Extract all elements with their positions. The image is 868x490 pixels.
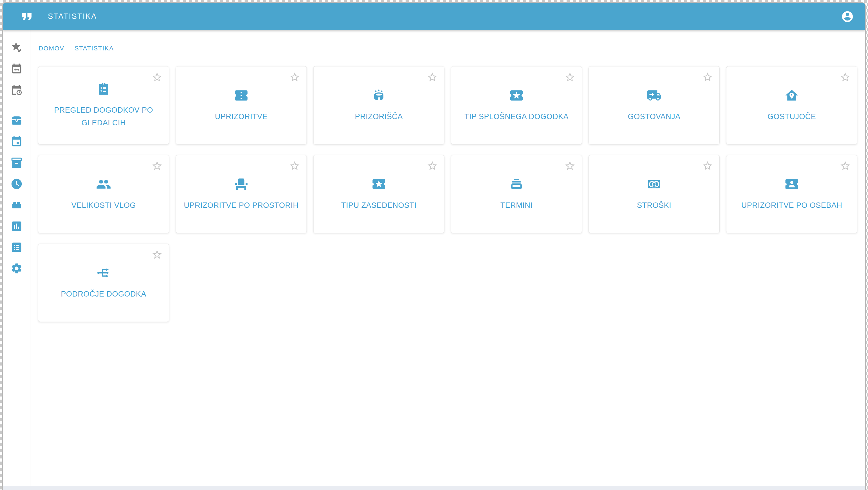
card-label: GOSTUJOČE bbox=[768, 110, 816, 123]
sidebar-item-statistics[interactable] bbox=[10, 220, 23, 233]
favorite-star-icon[interactable] bbox=[840, 160, 851, 172]
card-gostovanja[interactable]: GOSTOVANJA bbox=[589, 66, 720, 144]
card-label: UPRIZORITVE PO OSEBAH bbox=[741, 199, 842, 212]
breadcrumb: DOMOV STATISTIKA bbox=[38, 45, 114, 52]
card-velikosti-vlog[interactable]: VELIKOSTI VLOG bbox=[38, 155, 169, 233]
app-title: STATISTIKA bbox=[48, 12, 97, 21]
favorite-star-icon[interactable] bbox=[151, 249, 163, 260]
horizontal-scrollbar[interactable] bbox=[3, 486, 865, 490]
favorite-star-icon[interactable] bbox=[289, 160, 300, 172]
card-label: TIP SPLOŠNEGA DOGODKA bbox=[464, 110, 568, 123]
sidebar-item-schedule[interactable] bbox=[10, 84, 23, 96]
card-label: PRIZORIŠČA bbox=[355, 110, 403, 123]
sidebar-item-hours[interactable] bbox=[10, 177, 23, 190]
treasure-chest-icon bbox=[10, 114, 23, 127]
account-circle-icon[interactable] bbox=[841, 10, 854, 23]
sidebar-item-favorites[interactable] bbox=[10, 41, 23, 54]
card-label: UPRIZORITVE bbox=[215, 110, 268, 123]
favorite-star-icon[interactable] bbox=[151, 160, 163, 172]
favorite-star-icon[interactable] bbox=[840, 71, 851, 83]
ticket-star-icon bbox=[371, 177, 386, 192]
favorite-star-icon[interactable] bbox=[564, 160, 576, 172]
calendar-clock-icon bbox=[10, 84, 23, 96]
favorite-star-icon[interactable] bbox=[289, 71, 300, 83]
banknote-icon bbox=[647, 177, 662, 192]
star-check-icon bbox=[10, 41, 23, 54]
breadcrumb-statistika: STATISTIKA bbox=[74, 45, 114, 52]
svg-text:2: 2 bbox=[100, 90, 102, 93]
card-uprizoritve-po-prostorih[interactable]: UPRIZORITVE PO PROSTORIH bbox=[176, 155, 307, 233]
toy-brick-icon bbox=[10, 199, 23, 211]
ticket-dots-icon bbox=[234, 88, 249, 103]
sidebar-item-productions[interactable] bbox=[10, 199, 23, 211]
favorite-star-icon[interactable] bbox=[427, 71, 438, 83]
ticket-person-icon bbox=[784, 177, 799, 192]
clock-icon bbox=[10, 178, 23, 190]
clipboard-list-icon: 1 2 bbox=[96, 81, 111, 96]
archive-box-icon bbox=[10, 156, 23, 169]
calendar-range-icon bbox=[10, 62, 23, 75]
delivery-truck-arrow-icon bbox=[647, 88, 662, 103]
calendar-event-icon bbox=[10, 136, 23, 148]
tray-lines-icon bbox=[509, 177, 524, 192]
card-label: GOSTOVANJA bbox=[628, 110, 680, 123]
sidebar bbox=[3, 30, 30, 490]
svg-text:1: 1 bbox=[100, 86, 102, 90]
card-tip-splosnega-dogodka[interactable]: TIP SPLOŠNEGA DOGODKA bbox=[451, 66, 582, 144]
sidebar-item-repertoire[interactable] bbox=[10, 114, 23, 127]
home-marker-icon bbox=[784, 88, 799, 103]
card-label: TERMINI bbox=[500, 199, 533, 212]
bar-chart-icon bbox=[10, 220, 23, 232]
gear-icon bbox=[10, 262, 23, 275]
sidebar-item-date-range[interactable] bbox=[10, 62, 23, 75]
sidebar-item-events[interactable] bbox=[10, 135, 23, 148]
card-tipu-zasedenosti[interactable]: TIPU ZASEDENOSTI bbox=[313, 155, 444, 233]
card-stroski[interactable]: STROŠKI bbox=[589, 155, 720, 233]
card-prizorisca[interactable]: PRIZORIŠČA bbox=[313, 66, 444, 144]
main-content: DOMOV STATISTIKA 1 2 bbox=[30, 30, 865, 490]
card-uprizoritve-po-osebah[interactable]: UPRIZORITVE PO OSEBAH bbox=[726, 155, 857, 233]
favorite-star-icon[interactable] bbox=[151, 71, 163, 83]
sidebar-item-archive[interactable] bbox=[10, 156, 23, 169]
app-bar: STATISTIKA bbox=[3, 3, 865, 30]
card-podrocje-dogodka[interactable]: PODROČJE DOGODKA bbox=[38, 243, 169, 322]
people-icon bbox=[96, 177, 111, 192]
theater-seat-icon bbox=[234, 177, 249, 192]
card-label: STROŠKI bbox=[637, 199, 671, 212]
stat-card-grid: 1 2 PREGLED DOGODKOV PO GLEDALCIH bbox=[38, 66, 857, 322]
card-uprizoritve[interactable]: UPRIZORITVE bbox=[176, 66, 307, 144]
card-label: TIPU ZASEDENOSTI bbox=[341, 199, 416, 212]
card-pregled-dogodkov-po-gledalcih[interactable]: 1 2 PREGLED DOGODKOV PO GLEDALCIH bbox=[38, 66, 169, 144]
ticket-star-icon bbox=[509, 88, 524, 103]
card-label: PREGLED DOGODKOV PO GLEDALCIH bbox=[43, 104, 164, 129]
split-arrows-icon bbox=[96, 265, 111, 281]
breadcrumb-domov[interactable]: DOMOV bbox=[38, 45, 64, 52]
favorite-star-icon[interactable] bbox=[702, 160, 713, 172]
sidebar-item-lists[interactable] bbox=[10, 241, 23, 254]
favorite-star-icon[interactable] bbox=[427, 160, 438, 172]
stadium-icon bbox=[371, 88, 386, 103]
card-label: VELIKOSTI VLOG bbox=[71, 199, 136, 212]
bulleted-list-icon bbox=[10, 241, 23, 254]
card-label: UPRIZORITVE PO PROSTORIH bbox=[184, 199, 299, 212]
card-label: PODROČJE DOGODKA bbox=[61, 288, 146, 300]
favorite-star-icon[interactable] bbox=[702, 71, 713, 83]
app-window: STATISTIKA bbox=[2, 2, 866, 490]
card-gostujoce[interactable]: GOSTUJOČE bbox=[726, 66, 857, 144]
quote-marks-icon bbox=[19, 8, 35, 25]
sidebar-item-settings[interactable] bbox=[10, 262, 23, 275]
favorite-star-icon[interactable] bbox=[564, 71, 576, 83]
card-termini[interactable]: TERMINI bbox=[451, 155, 582, 233]
